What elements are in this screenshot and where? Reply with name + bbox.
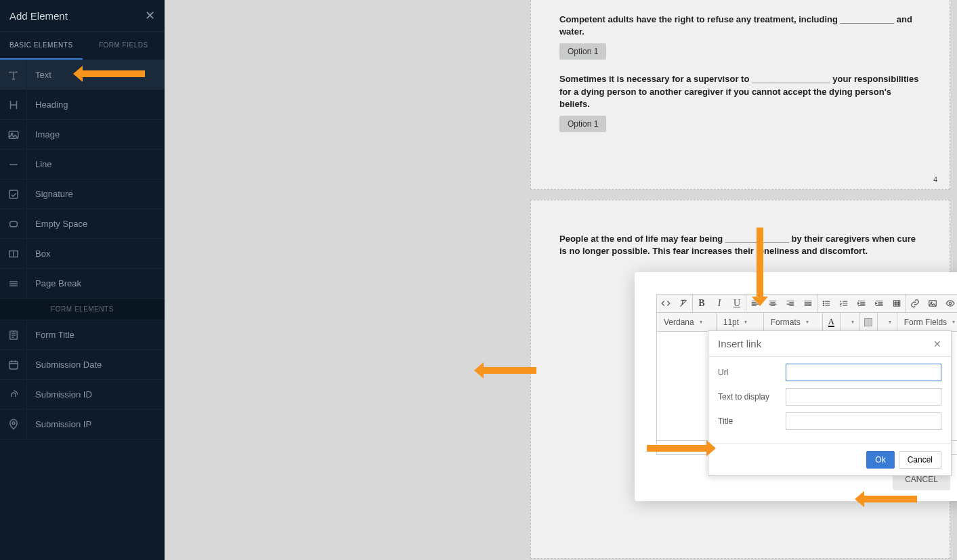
- page-4: Competent adults have the right to refus…: [530, 0, 950, 190]
- box-icon: [0, 239, 27, 269]
- align-center-icon[interactable]: [764, 295, 782, 312]
- sidebar-item-label: Empty Space: [27, 219, 87, 229]
- canvas: Competent adults have the right to refus…: [165, 0, 957, 560]
- svg-rect-13: [893, 301, 899, 306]
- link-popup-close-icon[interactable]: ✕: [933, 339, 941, 349]
- empty-space-icon: [0, 209, 27, 239]
- link-popup-header: Insert link ✕: [708, 331, 951, 357]
- svg-point-7: [12, 421, 15, 424]
- sidebar-item-label: Box: [27, 249, 50, 259]
- font-family-select[interactable]: Verdana: [657, 313, 717, 331]
- sidebar-item-submission-ip[interactable]: Submission IP: [0, 410, 165, 439]
- svg-point-11: [823, 303, 824, 303]
- sidebar-item-label: Submission Date: [27, 360, 102, 370]
- underline-button[interactable]: U: [728, 295, 746, 312]
- fingerprint-icon: [0, 380, 27, 410]
- sidebar-item-label: Page Break: [27, 278, 81, 288]
- bg-color-dropdown[interactable]: [878, 313, 897, 331]
- signature-icon: [0, 179, 27, 209]
- outdent-icon[interactable]: [853, 295, 870, 312]
- sidebar-item-form-title[interactable]: Form Title: [0, 320, 165, 350]
- option-chip[interactable]: Option 1: [559, 116, 606, 132]
- form-title-icon: [0, 320, 27, 350]
- link-popup-title: Insert link: [718, 338, 761, 349]
- sidebar-item-label: Heading: [27, 100, 68, 110]
- sidebar-item-label: Form Title: [27, 330, 75, 340]
- align-left-icon[interactable]: [746, 295, 764, 312]
- sidebar-item-signature[interactable]: Signature: [0, 179, 165, 209]
- align-justify-icon[interactable]: [799, 295, 817, 312]
- sidebar-item-empty-space[interactable]: Empty Space: [0, 209, 165, 239]
- editor-toolbar-row-2: Verdana 11pt Formats A Form Fields: [657, 313, 957, 332]
- link-ok-button[interactable]: Ok: [866, 451, 894, 469]
- sidebar-item-submission-id[interactable]: Submission ID: [0, 380, 165, 410]
- sidebar-item-line[interactable]: Line: [0, 150, 165, 179]
- sidebar-list: Text Heading Image Line Signature Empty …: [0, 60, 165, 560]
- align-right-icon[interactable]: [782, 295, 799, 312]
- font-size-select[interactable]: 11pt: [717, 313, 764, 331]
- sidebar-item-label: Image: [27, 129, 60, 139]
- sidebar-item-image[interactable]: Image: [0, 120, 165, 150]
- link-cancel-button[interactable]: Cancel: [899, 451, 941, 469]
- image-icon: [0, 120, 27, 150]
- svg-point-16: [949, 302, 952, 305]
- svg-rect-6: [9, 361, 18, 368]
- sidebar-item-text[interactable]: Text: [0, 60, 165, 90]
- text-to-display-input[interactable]: [786, 388, 941, 406]
- formats-select[interactable]: Formats: [764, 313, 823, 331]
- url-input[interactable]: [786, 364, 941, 381]
- question-text: People at the end of life may fear being…: [559, 233, 921, 257]
- text-color-button[interactable]: A: [823, 313, 841, 331]
- sidebar-title: Add Element: [9, 10, 68, 22]
- editor-path: p: [662, 444, 666, 452]
- text-editor-modal: ✕ B I U: [635, 272, 957, 501]
- sidebar: Add Element ✕ BASIC ELEMENTS FORM FIELDS…: [0, 0, 165, 560]
- sidebar-item-page-break[interactable]: Page Break: [0, 269, 165, 299]
- text-to-display-label: Text to display: [718, 392, 786, 402]
- page-break-icon: [0, 269, 27, 299]
- sidebar-item-label: Signature: [27, 189, 73, 199]
- text-color-dropdown[interactable]: [841, 313, 860, 331]
- sidebar-item-box[interactable]: Box: [0, 239, 165, 269]
- source-code-icon[interactable]: [657, 295, 675, 312]
- svg-point-12: [823, 305, 824, 305]
- location-icon: [0, 410, 27, 439]
- sidebar-tabs: BASIC ELEMENTS FORM FIELDS: [0, 32, 165, 60]
- bold-button[interactable]: B: [693, 295, 710, 312]
- svg-rect-2: [9, 190, 18, 198]
- svg-rect-3: [9, 221, 17, 227]
- url-label: Url: [718, 368, 786, 377]
- bg-color-button[interactable]: [860, 313, 878, 331]
- italic-button[interactable]: I: [710, 295, 728, 312]
- clear-format-icon[interactable]: [675, 295, 692, 312]
- tab-form-fields[interactable]: FORM FIELDS: [83, 32, 165, 60]
- svg-point-10: [823, 301, 824, 302]
- insert-image-icon[interactable]: [924, 295, 941, 312]
- page-number: 4: [933, 175, 937, 184]
- option-chip[interactable]: Option 1: [559, 43, 606, 60]
- sidebar-item-submission-date[interactable]: Submission Date: [0, 350, 165, 380]
- sidebar-header: Add Element ✕: [0, 0, 165, 32]
- form-elements-section-label: FORM ELEMENTS: [0, 299, 165, 320]
- indent-icon[interactable]: [870, 295, 888, 312]
- preview-icon[interactable]: [941, 295, 957, 312]
- title-label: Title: [718, 416, 786, 426]
- link-icon[interactable]: [906, 295, 924, 312]
- sidebar-item-label: Submission ID: [27, 389, 92, 400]
- sidebar-item-label: Submission IP: [27, 419, 91, 429]
- table-icon[interactable]: [888, 295, 906, 312]
- question-text: Competent adults have the right to refus…: [559, 14, 921, 38]
- text-icon: [0, 60, 27, 90]
- sidebar-item-heading[interactable]: Heading: [0, 90, 165, 120]
- close-icon[interactable]: ✕: [145, 8, 155, 23]
- bullet-list-icon[interactable]: [817, 295, 835, 312]
- sidebar-item-label: Line: [27, 159, 52, 169]
- form-fields-select[interactable]: Form Fields: [897, 313, 957, 331]
- calendar-icon: [0, 350, 27, 380]
- sidebar-item-label: Text: [27, 70, 51, 80]
- title-input[interactable]: [786, 412, 941, 430]
- editor-toolbar-row-1: B I U: [657, 295, 957, 313]
- tab-basic-elements[interactable]: BASIC ELEMENTS: [0, 32, 83, 60]
- line-icon: [0, 150, 27, 179]
- number-list-icon[interactable]: [835, 295, 853, 312]
